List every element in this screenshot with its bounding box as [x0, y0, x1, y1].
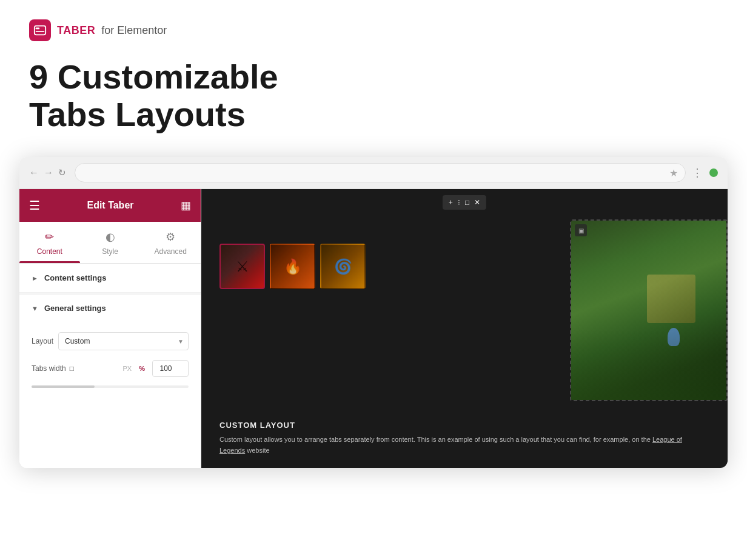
tab-style[interactable]: ◐ Style: [80, 222, 141, 263]
unit-px-button[interactable]: PX: [121, 364, 135, 373]
custom-layout-title: CUSTOM LAYOUT: [219, 421, 691, 430]
layout-select-wrapper: Custom Default Horizontal Vertical ▼: [58, 332, 189, 350]
logo-icon: [29, 19, 51, 41]
thumb-2-icon: 🔥: [271, 245, 314, 288]
layout-select[interactable]: Custom Default Horizontal Vertical: [58, 332, 189, 350]
hero-title-line2: Tabs Layouts: [29, 95, 246, 133]
device-icon: □: [70, 364, 74, 373]
game-thumbnails: ⚔ 🔥 🌀: [219, 244, 366, 289]
browser-content: ☰ Edit Taber ▦ ✏ Content ◐ Style ⚙: [19, 189, 728, 468]
custom-layout-description: Custom layout allows you to arrange tabs…: [219, 435, 691, 456]
browser-menu-icon[interactable]: ⋮: [692, 166, 703, 179]
svg-rect-1: [36, 27, 39, 29]
thumbnail-1[interactable]: ⚔: [219, 244, 265, 289]
nav-arrows: ← → ↻: [29, 167, 66, 178]
tabs-width-text: Tabs width: [32, 364, 66, 373]
forward-arrow[interactable]: →: [44, 167, 53, 178]
thumbnail-2[interactable]: 🔥: [270, 244, 315, 289]
refresh-icon[interactable]: ↻: [58, 167, 66, 178]
logo-suffix: for Elementor: [101, 24, 167, 37]
content-settings-label: Content settings: [44, 273, 107, 282]
panel-scrollbar-thumb: [32, 385, 95, 388]
map-indicator: ▣: [575, 224, 587, 236]
toolbar-move-icon[interactable]: ⁝: [458, 198, 460, 207]
game-map-image: ▣: [570, 219, 728, 401]
browser-chrome: ← → ↻ ★ ⋮: [19, 157, 728, 189]
taber-icon: [33, 24, 47, 37]
panel-scrollbar[interactable]: [32, 385, 189, 388]
content-tab-icon: ✏: [45, 230, 54, 244]
custom-layout-desc-text: Custom layout allows you to arrange tabs…: [219, 436, 651, 443]
thumb-3-icon: 🌀: [321, 245, 364, 288]
top-section: TABER for Elementor 9 Customizable Tabs …: [0, 0, 747, 157]
panel-tabs: ✏ Content ◐ Style ⚙ Advanced: [19, 222, 201, 264]
panel-sections: ► Content settings ▼ General settings La…: [19, 264, 201, 468]
browser-window: ← → ↻ ★ ⋮ ☰ Edit Taber ▦: [19, 157, 728, 468]
toolbar-add-icon[interactable]: +: [449, 198, 453, 207]
hamburger-icon[interactable]: ☰: [29, 198, 40, 213]
svg-rect-0: [35, 26, 45, 35]
thumbnail-3[interactable]: 🌀: [320, 244, 366, 289]
thumb-1-icon: ⚔: [221, 245, 264, 288]
tabs-width-row: Tabs width □ PX %: [32, 356, 189, 381]
url-bar[interactable]: ★: [75, 163, 686, 182]
panel-title: Edit Taber: [87, 200, 133, 211]
layout-field-row: Layout Custom Default Horizontal Vertica…: [32, 326, 189, 356]
bookmark-icon[interactable]: ★: [669, 167, 678, 179]
hero-title: 9 Customizable Tabs Layouts: [29, 58, 369, 133]
connection-status-dot: [709, 168, 718, 177]
toolbar-settings-icon[interactable]: □: [465, 198, 469, 207]
custom-layout-info: CUSTOM LAYOUT Custom layout allows you t…: [219, 421, 691, 456]
content-settings-section[interactable]: ► Content settings: [19, 264, 201, 293]
custom-layout-desc-end: website: [247, 447, 269, 454]
grid-icon[interactable]: ▦: [181, 199, 191, 212]
tabs-width-input[interactable]: [152, 360, 189, 377]
content-settings-arrow: ►: [32, 275, 38, 282]
floating-toolbar: + ⁝ □ ✕: [443, 195, 486, 210]
logo-bar: TABER for Elementor: [29, 19, 718, 41]
layout-label: Layout: [32, 337, 53, 345]
general-settings-section[interactable]: ▼ General settings: [19, 295, 201, 321]
map-highlight: [647, 275, 695, 323]
content-tab-label: Content: [37, 247, 62, 256]
tab-advanced[interactable]: ⚙ Advanced: [140, 222, 201, 263]
advanced-tab-label: Advanced: [154, 247, 186, 256]
general-settings-arrow: ▼: [32, 305, 38, 312]
advanced-tab-icon: ⚙: [166, 230, 175, 244]
unit-percent-button[interactable]: %: [136, 364, 147, 373]
tab-content[interactable]: ✏ Content: [19, 222, 80, 263]
hero-title-line1: 9 Customizable: [29, 58, 278, 96]
style-tab-icon: ◐: [106, 230, 115, 244]
general-settings-label: General settings: [44, 304, 106, 313]
elementor-panel: ☰ Edit Taber ▦ ✏ Content ◐ Style ⚙: [19, 189, 201, 468]
browser-mockup: ← → ↻ ★ ⋮ ☰ Edit Taber ▦: [19, 157, 728, 468]
logo-brand: TABER: [57, 24, 95, 37]
toolbar-close-icon[interactable]: ✕: [474, 198, 480, 207]
style-tab-label: Style: [102, 247, 118, 256]
back-arrow[interactable]: ←: [29, 167, 39, 178]
map-inner: ▣: [571, 221, 726, 400]
map-path: [571, 328, 726, 400]
settings-fields: Layout Custom Default Horizontal Vertica…: [19, 321, 201, 385]
svg-rect-2: [36, 31, 45, 32]
tabs-width-label: Tabs width □: [32, 364, 80, 373]
panel-header: ☰ Edit Taber ▦: [19, 189, 201, 222]
game-content-area: + ⁝ □ ✕ ⚔ 🔥 🌀: [201, 189, 728, 468]
unit-switcher: PX %: [121, 364, 147, 373]
